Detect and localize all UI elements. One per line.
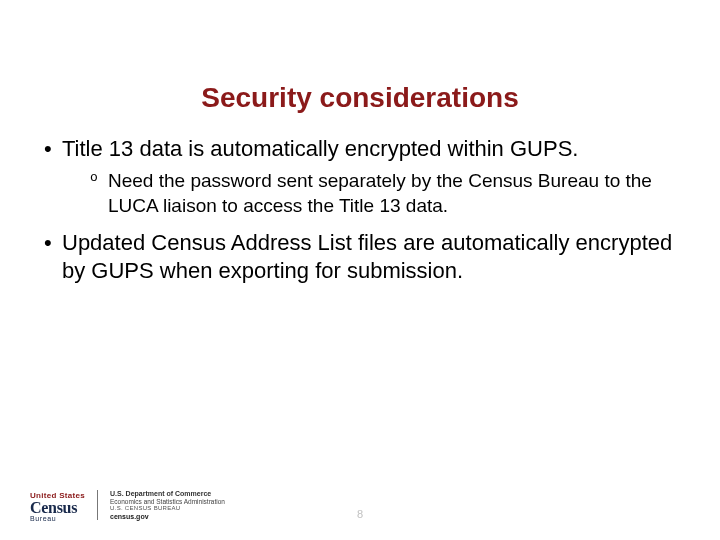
bullet-text: Title 13 data is automatically encrypted… [62, 136, 578, 161]
slide: Security considerations Title 13 data is… [0, 0, 720, 540]
sub-bullet-list: Need the password sent separately by the… [62, 169, 680, 218]
slide-body: Title 13 data is automatically encrypted… [40, 135, 680, 295]
sub-bullet-item: Need the password sent separately by the… [90, 169, 680, 218]
slide-title: Security considerations [0, 82, 720, 114]
sub-bullet-text: Need the password sent separately by the… [108, 170, 652, 216]
dept-commerce: U.S. Department of Commerce [110, 490, 225, 498]
bullet-item: Updated Census Address List files are au… [40, 229, 680, 285]
bullet-list: Title 13 data is automatically encrypted… [40, 135, 680, 285]
dept-esa: Economics and Statistics Administration [110, 498, 225, 505]
bullet-item: Title 13 data is automatically encrypted… [40, 135, 680, 219]
bullet-text: Updated Census Address List files are au… [62, 230, 672, 283]
page-number: 8 [0, 508, 720, 520]
